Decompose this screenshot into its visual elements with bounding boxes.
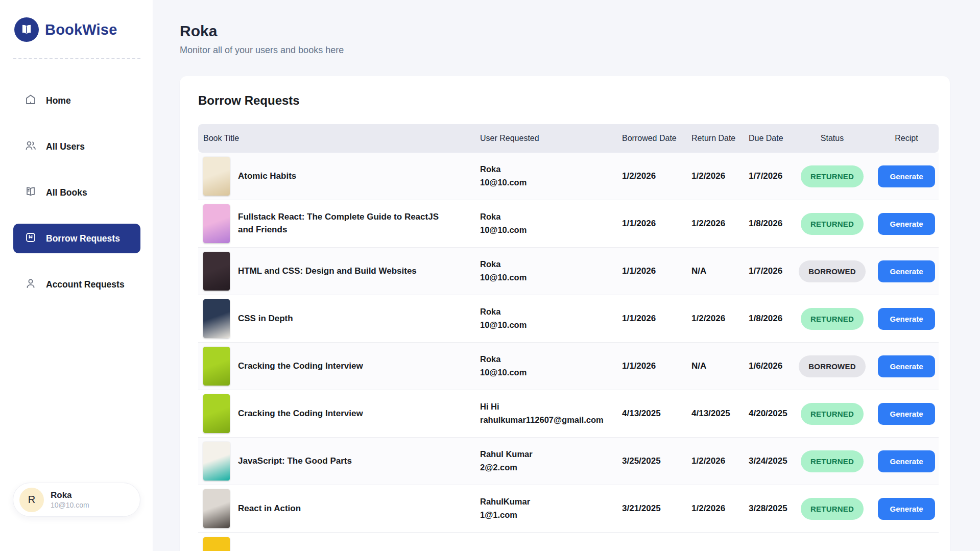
status-badge: RETURNED xyxy=(801,498,864,520)
user-cell: Roka 10@10.com xyxy=(475,163,617,189)
book-cover xyxy=(203,204,230,243)
table-row: HTML and CSS: Design and Build Websites … xyxy=(198,248,939,295)
user-cell: RahulKumar 1@1.com xyxy=(475,495,617,521)
user-email: 10@10.com xyxy=(480,176,617,189)
column-header-user-requested: User Requested xyxy=(475,133,617,144)
due-date: 1/6/2026 xyxy=(744,361,790,371)
return-date: 1/2/2026 xyxy=(686,171,744,181)
book-cover xyxy=(203,537,230,551)
column-header-receipt: Recipt xyxy=(874,133,939,144)
borrowed-date: 1/1/2026 xyxy=(617,219,686,229)
table-row: Fullstack React: The Complete Guide to R… xyxy=(198,200,939,248)
user-cell: Hi Hi rahulkumar112607@gmail.com xyxy=(475,400,617,426)
book-title: Fullstack React: The Complete Guide to R… xyxy=(238,211,451,236)
profile-name: Roka xyxy=(51,490,89,500)
user-name: Roka xyxy=(480,210,617,224)
book-title: Cracking the Coding Interview xyxy=(238,360,363,373)
user-email: 10@10.com xyxy=(480,271,617,284)
user-name: Roka xyxy=(480,258,617,271)
book-cover xyxy=(203,489,230,528)
table-row: Cracking the Coding Interview Hi Hi rahu… xyxy=(198,390,939,438)
sidebar-divider xyxy=(13,58,140,59)
book-cell: JavaScript: The Good Parts xyxy=(198,442,475,481)
borrowed-date: 3/25/2025 xyxy=(617,456,686,466)
user-email: 10@10.com xyxy=(480,224,617,237)
status-cell: RETURNED xyxy=(790,213,874,235)
sidebar-item-all-users[interactable]: All Users xyxy=(13,132,140,161)
users-icon xyxy=(25,139,37,154)
status-badge: RETURNED xyxy=(801,165,864,187)
borrow-requests-table: Book Title User Requested Borrowed Date … xyxy=(198,124,939,551)
user-name: Roka xyxy=(480,353,617,366)
generate-receipt-button[interactable]: Generate xyxy=(878,260,935,282)
book-open-icon xyxy=(25,185,37,200)
status-cell: RETURNED xyxy=(790,498,874,520)
user-email: 10@10.com xyxy=(480,319,617,332)
receipt-cell: Generate xyxy=(874,450,939,472)
table-row-partial xyxy=(198,533,939,551)
return-date: N/A xyxy=(686,266,744,276)
brand[interactable]: BookWise xyxy=(13,17,140,42)
return-date: N/A xyxy=(686,361,744,371)
user-name: Roka xyxy=(480,163,617,176)
column-header-return-date: Return Date xyxy=(686,133,744,144)
borrowed-date: 3/21/2025 xyxy=(617,504,686,514)
table-header-row: Book Title User Requested Borrowed Date … xyxy=(198,124,939,153)
book-cell: CSS in Depth xyxy=(198,299,475,338)
user-cell: Roka 10@10.com xyxy=(475,210,617,236)
page-title: Roka xyxy=(180,22,953,40)
due-date: 1/7/2026 xyxy=(744,266,790,276)
due-date: 4/20/2025 xyxy=(744,409,790,419)
status-badge: RETURNED xyxy=(801,213,864,235)
sidebar-item-account-requests[interactable]: Account Requests xyxy=(13,270,140,299)
status-badge: RETURNED xyxy=(801,403,864,425)
sidebar-item-home[interactable]: Home xyxy=(13,86,140,115)
book-cell: React in Action xyxy=(198,489,475,528)
user-name: Roka xyxy=(480,305,617,319)
sidebar-item-borrow-requests[interactable]: Borrow Requests xyxy=(13,224,140,253)
user-profile-card[interactable]: R Roka 10@10.com xyxy=(13,483,140,517)
return-date: 1/2/2026 xyxy=(686,504,744,514)
generate-receipt-button[interactable]: Generate xyxy=(878,450,935,472)
user-email: 10@10.com xyxy=(480,366,617,379)
status-badge: BORROWED xyxy=(799,260,865,282)
column-header-due-date: Due Date xyxy=(744,133,790,144)
receipt-cell: Generate xyxy=(874,498,939,520)
brand-name: BookWise xyxy=(45,21,117,38)
user-cell: Roka 10@10.com xyxy=(475,305,617,331)
page-subtitle: Monitor all of your users and books here xyxy=(180,45,953,56)
book-title: React in Action xyxy=(238,502,301,515)
generate-receipt-button[interactable]: Generate xyxy=(878,498,935,520)
due-date: 1/8/2026 xyxy=(744,314,790,324)
book-title: HTML and CSS: Design and Build Websites xyxy=(238,265,417,278)
user-email: 2@2.com xyxy=(480,461,617,474)
sidebar-item-all-books[interactable]: All Books xyxy=(13,178,140,207)
user-cell: Rahul Kumar 2@2.com xyxy=(475,448,617,474)
user-name: RahulKumar xyxy=(480,495,617,509)
status-cell: BORROWED xyxy=(790,260,874,282)
user-cell: Roka 10@10.com xyxy=(475,258,617,284)
user-name: Hi Hi xyxy=(480,400,617,414)
user-name: Rahul Kumar xyxy=(480,448,617,461)
user-email: 1@1.com xyxy=(480,509,617,522)
home-icon xyxy=(25,93,37,108)
due-date: 3/28/2025 xyxy=(744,504,790,514)
status-cell: RETURNED xyxy=(790,403,874,425)
generate-receipt-button[interactable]: Generate xyxy=(878,165,935,187)
generate-receipt-button[interactable]: Generate xyxy=(878,308,935,330)
due-date: 1/7/2026 xyxy=(744,171,790,181)
receipt-cell: Generate xyxy=(874,308,939,330)
return-date: 1/2/2026 xyxy=(686,314,744,324)
generate-receipt-button[interactable]: Generate xyxy=(878,403,935,425)
generate-receipt-button[interactable]: Generate xyxy=(878,213,935,235)
book-cover xyxy=(203,394,230,433)
generate-receipt-button[interactable]: Generate xyxy=(878,355,935,377)
book-cover xyxy=(203,442,230,481)
borrowed-date: 4/13/2025 xyxy=(617,409,686,419)
table-row: Atomic Habits Roka 10@10.com 1/2/2026 1/… xyxy=(198,153,939,200)
sidebar-item-label: Account Requests xyxy=(46,279,125,290)
due-date: 3/24/2025 xyxy=(744,456,790,466)
avatar: R xyxy=(19,488,44,512)
sidebar-item-label: All Books xyxy=(46,187,87,198)
book-title: Atomic Habits xyxy=(238,170,296,183)
